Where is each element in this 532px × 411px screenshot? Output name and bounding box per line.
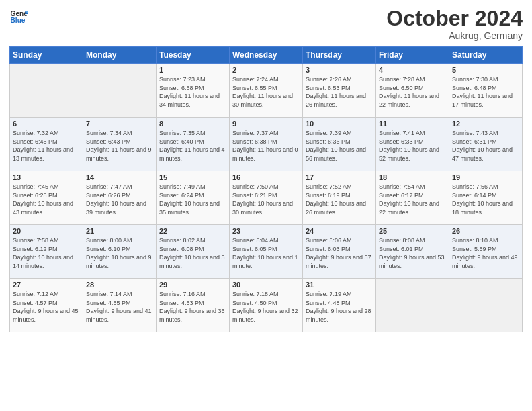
calendar-cell: 12Sunrise: 7:43 AMSunset: 6:31 PMDayligh…: [449, 118, 523, 171]
calendar-cell: 7Sunrise: 7:34 AMSunset: 6:43 PMDaylight…: [83, 118, 157, 171]
day-number: 25: [379, 227, 446, 235]
header: General Blue October 2024 Aukrug, German…: [9, 7, 523, 41]
calendar-cell: 31Sunrise: 7:19 AMSunset: 4:48 PMDayligh…: [303, 279, 376, 332]
calendar-cell: 29Sunrise: 7:16 AMSunset: 4:53 PMDayligh…: [157, 279, 230, 332]
calendar-cell: 15Sunrise: 7:49 AMSunset: 6:24 PMDayligh…: [157, 171, 230, 225]
calendar-cell: 21Sunrise: 8:00 AMSunset: 6:10 PMDayligh…: [83, 225, 157, 279]
day-header-wednesday: Wednesday: [230, 47, 303, 64]
day-number: 2: [232, 66, 300, 74]
calendar-cell: 30Sunrise: 7:18 AMSunset: 4:50 PMDayligh…: [230, 279, 303, 332]
day-number: 13: [13, 173, 80, 181]
day-number: 19: [452, 173, 519, 181]
cell-info: Sunrise: 7:49 AMSunset: 6:24 PMDaylight:…: [159, 183, 226, 216]
calendar-cell: 11Sunrise: 7:41 AMSunset: 6:33 PMDayligh…: [376, 118, 449, 171]
calendar-cell: 6Sunrise: 7:32 AMSunset: 6:45 PMDaylight…: [10, 118, 83, 171]
day-number: 27: [13, 281, 80, 289]
day-number: 24: [306, 227, 373, 235]
day-number: 29: [159, 281, 226, 289]
week-row-3: 13Sunrise: 7:45 AMSunset: 6:28 PMDayligh…: [10, 171, 523, 225]
day-number: 26: [452, 227, 519, 235]
day-number: 10: [306, 120, 373, 128]
cell-info: Sunrise: 8:02 AMSunset: 6:08 PMDaylight:…: [159, 236, 226, 270]
cell-info: Sunrise: 8:08 AMSunset: 6:01 PMDaylight:…: [379, 236, 446, 270]
cell-info: Sunrise: 7:50 AMSunset: 6:21 PMDaylight:…: [232, 183, 300, 216]
cell-info: Sunrise: 7:28 AMSunset: 6:50 PMDaylight:…: [379, 75, 446, 109]
day-header-saturday: Saturday: [449, 47, 523, 64]
day-number: 7: [86, 120, 153, 128]
week-row-4: 20Sunrise: 7:58 AMSunset: 6:12 PMDayligh…: [10, 225, 523, 279]
calendar-cell: 8Sunrise: 7:35 AMSunset: 6:40 PMDaylight…: [157, 118, 230, 171]
cell-info: Sunrise: 7:24 AMSunset: 6:55 PMDaylight:…: [232, 75, 300, 109]
calendar-cell: 2Sunrise: 7:24 AMSunset: 6:55 PMDaylight…: [230, 64, 303, 118]
calendar-table: SundayMondayTuesdayWednesdayThursdayFrid…: [9, 46, 523, 332]
logo: General Blue: [9, 7, 28, 26]
cell-info: Sunrise: 7:47 AMSunset: 6:26 PMDaylight:…: [86, 183, 153, 216]
day-header-sunday: Sunday: [10, 47, 83, 64]
calendar-cell: 1Sunrise: 7:23 AMSunset: 6:58 PMDaylight…: [157, 64, 230, 118]
cell-info: Sunrise: 7:58 AMSunset: 6:12 PMDaylight:…: [13, 236, 80, 270]
calendar-cell: 14Sunrise: 7:47 AMSunset: 6:26 PMDayligh…: [83, 171, 157, 225]
cell-info: Sunrise: 7:26 AMSunset: 6:53 PMDaylight:…: [306, 75, 373, 109]
calendar-cell: [376, 279, 449, 332]
page: General Blue October 2024 Aukrug, German…: [0, 0, 532, 411]
day-number: 16: [232, 173, 300, 181]
day-number: 8: [159, 120, 226, 128]
cell-info: Sunrise: 8:00 AMSunset: 6:10 PMDaylight:…: [86, 236, 153, 270]
cell-info: Sunrise: 7:32 AMSunset: 6:45 PMDaylight:…: [13, 129, 80, 163]
calendar-cell: 26Sunrise: 8:10 AMSunset: 5:59 PMDayligh…: [449, 225, 523, 279]
day-number: 5: [452, 66, 519, 74]
day-number: 21: [86, 227, 153, 235]
day-number: 17: [306, 173, 373, 181]
cell-info: Sunrise: 7:19 AMSunset: 4:48 PMDaylight:…: [306, 290, 373, 324]
cell-info: Sunrise: 7:18 AMSunset: 4:50 PMDaylight:…: [232, 290, 300, 324]
day-number: 30: [232, 281, 300, 289]
location: Aukrug, Germany: [386, 30, 523, 41]
day-number: 1: [159, 66, 226, 74]
logo-icon: General Blue: [9, 7, 28, 26]
day-number: 22: [159, 227, 226, 235]
calendar-cell: 20Sunrise: 7:58 AMSunset: 6:12 PMDayligh…: [10, 225, 83, 279]
calendar-cell: 16Sunrise: 7:50 AMSunset: 6:21 PMDayligh…: [230, 171, 303, 225]
day-number: 18: [379, 173, 446, 181]
day-number: 6: [13, 120, 80, 128]
cell-info: Sunrise: 8:10 AMSunset: 5:59 PMDaylight:…: [452, 236, 519, 270]
calendar-cell: 10Sunrise: 7:39 AMSunset: 6:36 PMDayligh…: [303, 118, 376, 171]
week-row-2: 6Sunrise: 7:32 AMSunset: 6:45 PMDaylight…: [10, 118, 523, 171]
day-number: 14: [86, 173, 153, 181]
cell-info: Sunrise: 7:45 AMSunset: 6:28 PMDaylight:…: [13, 183, 80, 216]
day-number: 31: [306, 281, 373, 289]
cell-info: Sunrise: 8:06 AMSunset: 6:03 PMDaylight:…: [306, 236, 373, 270]
calendar-cell: 5Sunrise: 7:30 AMSunset: 6:48 PMDaylight…: [449, 64, 523, 118]
day-number: 20: [13, 227, 80, 235]
day-header-thursday: Thursday: [303, 47, 376, 64]
calendar-cell: 4Sunrise: 7:28 AMSunset: 6:50 PMDaylight…: [376, 64, 449, 118]
day-number: 28: [86, 281, 153, 289]
cell-info: Sunrise: 7:37 AMSunset: 6:38 PMDaylight:…: [232, 129, 300, 163]
calendar-cell: 28Sunrise: 7:14 AMSunset: 4:55 PMDayligh…: [83, 279, 157, 332]
cell-info: Sunrise: 7:52 AMSunset: 6:19 PMDaylight:…: [306, 183, 373, 216]
calendar-cell: [83, 64, 157, 118]
cell-info: Sunrise: 7:30 AMSunset: 6:48 PMDaylight:…: [452, 75, 519, 109]
cell-info: Sunrise: 7:56 AMSunset: 6:14 PMDaylight:…: [452, 183, 519, 216]
calendar-cell: 9Sunrise: 7:37 AMSunset: 6:38 PMDaylight…: [230, 118, 303, 171]
calendar-cell: 19Sunrise: 7:56 AMSunset: 6:14 PMDayligh…: [449, 171, 523, 225]
cell-info: Sunrise: 7:12 AMSunset: 4:57 PMDaylight:…: [13, 290, 80, 324]
calendar-cell: 25Sunrise: 8:08 AMSunset: 6:01 PMDayligh…: [376, 225, 449, 279]
day-number: 9: [232, 120, 300, 128]
cell-info: Sunrise: 7:43 AMSunset: 6:31 PMDaylight:…: [452, 129, 519, 163]
cell-info: Sunrise: 7:34 AMSunset: 6:43 PMDaylight:…: [86, 129, 153, 163]
cell-info: Sunrise: 7:14 AMSunset: 4:55 PMDaylight:…: [86, 290, 153, 324]
calendar-cell: [449, 279, 523, 332]
day-header-monday: Monday: [83, 47, 157, 64]
calendar-cell: 23Sunrise: 8:04 AMSunset: 6:05 PMDayligh…: [230, 225, 303, 279]
cell-info: Sunrise: 8:04 AMSunset: 6:05 PMDaylight:…: [232, 236, 300, 270]
title-block: October 2024 Aukrug, Germany: [386, 7, 523, 41]
month-title: October 2024: [386, 7, 523, 30]
day-number: 4: [379, 66, 446, 74]
cell-info: Sunrise: 7:39 AMSunset: 6:36 PMDaylight:…: [306, 129, 373, 163]
day-number: 11: [379, 120, 446, 128]
calendar-cell: 3Sunrise: 7:26 AMSunset: 6:53 PMDaylight…: [303, 64, 376, 118]
day-number: 15: [159, 173, 226, 181]
day-header-tuesday: Tuesday: [157, 47, 230, 64]
calendar-cell: 18Sunrise: 7:54 AMSunset: 6:17 PMDayligh…: [376, 171, 449, 225]
